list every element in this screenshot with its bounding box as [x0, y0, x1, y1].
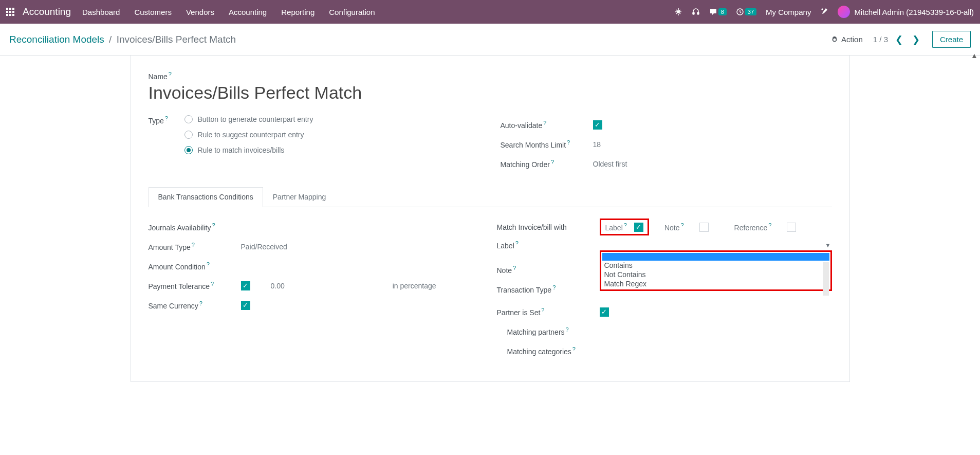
matching-order-label: Matching Order? — [501, 159, 593, 169]
tools-icon[interactable] — [820, 7, 828, 17]
avatar — [838, 6, 850, 18]
nav-customers[interactable]: Customers — [134, 8, 172, 16]
radio-option-button[interactable]: Button to generate counterpart entry — [184, 115, 480, 123]
match-opt-ref-text: Reference? — [734, 222, 772, 232]
payment-tolerance-label: Payment Tolerance? — [149, 281, 241, 290]
app-brand[interactable]: Accounting — [23, 6, 71, 17]
help-icon[interactable]: ? — [165, 115, 168, 121]
nav-accounting[interactable]: Accounting — [229, 8, 267, 16]
pager-next[interactable]: ❯ — [910, 34, 922, 45]
match-label-highlight: Label? ✓ — [600, 219, 649, 235]
apps-icon[interactable] — [6, 8, 14, 16]
radio-icon — [184, 146, 193, 154]
svg-rect-1 — [693, 12, 694, 14]
messaging-badge: 8 — [718, 8, 727, 15]
dropdown-option-match-regex[interactable]: Match Regex — [602, 279, 829, 288]
tab-bank-conditions[interactable]: Bank Transactions Conditions — [149, 187, 263, 207]
match-note-checkbox[interactable] — [699, 223, 709, 232]
control-panel-right: Action 1 / 3 ❮ ❯ Create — [831, 31, 971, 48]
amount-type-label: Amount Type? — [149, 242, 241, 251]
activity-badge: 37 — [745, 8, 756, 15]
nav-reporting[interactable]: Reporting — [281, 8, 315, 16]
activity-icon[interactable]: 37 — [736, 8, 756, 16]
scroll-up-icon[interactable]: ▲ — [971, 51, 980, 61]
match-with-label: Match Invoice/bill with — [497, 223, 600, 231]
nav-vendors[interactable]: Vendors — [186, 8, 214, 16]
main-navbar: Accounting Dashboard Customers Vendors A… — [0, 0, 980, 24]
match-opt-note-text: Note? — [664, 222, 684, 232]
breadcrumb-current: Invoices/Bills Perfect Match — [117, 34, 236, 45]
label-field-label: Label? — [497, 240, 600, 250]
nav-right: 8 37 My Company Mitchell Admin (21945339… — [674, 6, 974, 18]
scrollbar[interactable] — [823, 262, 829, 296]
auto-validate-label: Auto-validate? — [501, 120, 593, 130]
tab-partner-mapping[interactable]: Partner Mapping — [263, 187, 336, 207]
breadcrumb-parent[interactable]: Reconciliation Models — [9, 34, 104, 45]
radio-icon — [184, 115, 193, 123]
name-label: Name? — [149, 71, 832, 81]
help-icon[interactable]: ? — [212, 222, 215, 228]
help-icon[interactable]: ? — [211, 281, 214, 287]
label-dropdown-field[interactable]: ▼ — [600, 240, 831, 250]
create-button[interactable]: Create — [932, 31, 971, 48]
help-icon[interactable]: ? — [768, 222, 771, 228]
type-label: Type? — [149, 115, 184, 125]
matching-order-value[interactable]: Oldest first — [593, 160, 832, 168]
note-field-label: Note? — [497, 265, 600, 275]
radio-option-suggest[interactable]: Rule to suggest counterpart entry — [184, 131, 480, 139]
action-menu[interactable]: Action — [831, 35, 863, 44]
user-name: Mitchell Admin (21945339-16-0-all) — [854, 8, 974, 16]
matching-categories-label: Matching categories? — [497, 346, 600, 356]
help-icon[interactable]: ? — [552, 284, 556, 290]
action-label: Action — [841, 35, 863, 44]
auto-validate-checkbox[interactable]: ✓ — [593, 120, 602, 130]
nav-dashboard[interactable]: Dashboard — [82, 8, 120, 16]
chevron-down-icon: ▼ — [825, 242, 831, 248]
matching-partners-label: Matching partners? — [497, 326, 600, 336]
bug-icon[interactable] — [674, 8, 682, 16]
dropdown-option-contains[interactable]: Contains — [602, 261, 829, 270]
help-icon[interactable]: ? — [169, 71, 172, 77]
match-reference-checkbox[interactable] — [787, 223, 796, 232]
record-title[interactable]: Invoices/Bills Perfect Match — [149, 83, 832, 103]
pager: 1 / 3 ❮ ❯ — [873, 34, 922, 45]
messaging-icon[interactable]: 8 — [709, 8, 727, 16]
help-icon[interactable]: ? — [192, 242, 195, 248]
help-icon[interactable]: ? — [541, 307, 544, 313]
user-menu[interactable]: Mitchell Admin (21945339-16-0-all) — [838, 6, 974, 18]
help-icon[interactable]: ? — [680, 222, 683, 228]
partner-set-label: Partner is Set? — [497, 307, 600, 317]
help-icon[interactable]: ? — [207, 261, 210, 267]
journals-label: Journals Availability? — [149, 222, 241, 232]
svg-rect-2 — [697, 12, 699, 14]
help-icon[interactable]: ? — [624, 222, 627, 228]
match-label-checkbox[interactable]: ✓ — [634, 223, 643, 232]
help-icon[interactable]: ? — [513, 265, 516, 271]
help-icon[interactable]: ? — [199, 300, 202, 306]
payment-tolerance-value[interactable]: 0.00 — [271, 282, 285, 290]
same-currency-checkbox[interactable]: ✓ — [241, 301, 250, 310]
dropdown-option-not-contains[interactable]: Not Contains — [602, 270, 829, 279]
help-icon[interactable]: ? — [515, 240, 519, 246]
help-icon[interactable]: ? — [567, 139, 570, 145]
help-icon[interactable]: ? — [543, 120, 546, 126]
amount-condition-label: Amount Condition? — [149, 261, 241, 271]
pager-prev[interactable]: ❮ — [893, 34, 905, 45]
radio-option-match[interactable]: Rule to match invoices/bills — [184, 146, 480, 154]
payment-tolerance-unit: in percentage — [393, 282, 436, 290]
dropdown-empty-selected[interactable] — [602, 253, 829, 261]
same-currency-label: Same Currency? — [149, 300, 241, 310]
control-panel: Reconciliation Models / Invoices/Bills P… — [0, 24, 980, 56]
search-months-value[interactable]: 18 — [593, 140, 832, 149]
tabs: Bank Transactions Conditions Partner Map… — [149, 187, 832, 207]
help-icon[interactable]: ? — [551, 159, 554, 165]
help-icon[interactable]: ? — [566, 326, 569, 333]
nav-configuration[interactable]: Configuration — [329, 8, 375, 16]
support-icon[interactable] — [692, 8, 700, 16]
amount-type-value[interactable]: Paid/Received — [241, 243, 476, 251]
partner-set-checkbox[interactable]: ✓ — [600, 307, 609, 317]
transaction-type-label: Transaction Type? — [497, 284, 600, 294]
payment-tolerance-checkbox[interactable]: ✓ — [241, 281, 250, 290]
help-icon[interactable]: ? — [572, 346, 576, 352]
company-switcher[interactable]: My Company — [766, 8, 811, 16]
